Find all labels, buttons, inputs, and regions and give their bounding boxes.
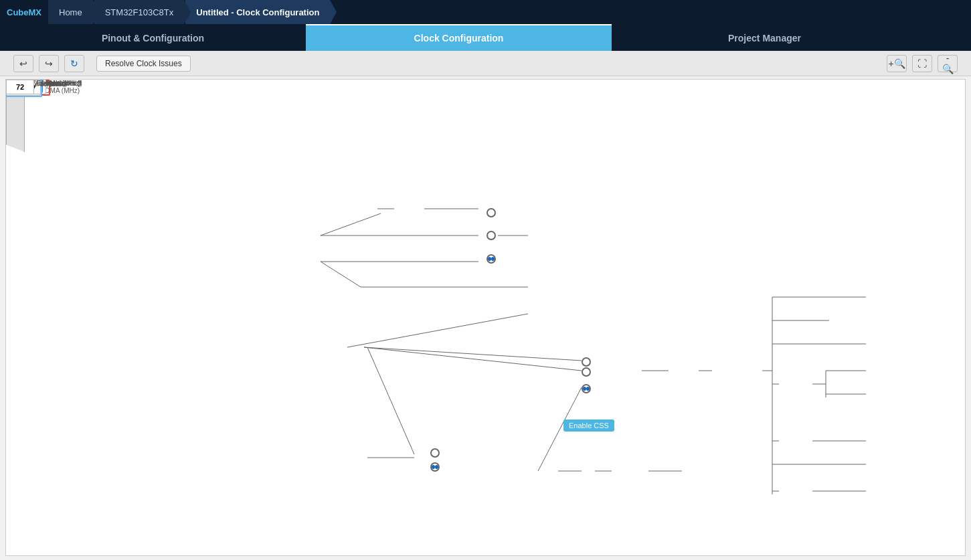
mco-value[interactable]: 72 — [6, 80, 34, 94]
zoom-in-button[interactable]: +🔍 — [887, 55, 907, 72]
breadcrumb-home[interactable]: Home — [48, 0, 93, 24]
enable-css-button[interactable]: Enable CSS — [563, 419, 614, 432]
breadcrumb: Home STM32F103C8Tx Untitled - Clock Conf… — [48, 0, 331, 24]
rtc-mux-radio-lse[interactable] — [487, 231, 496, 240]
tab-project[interactable]: Project Manager — [612, 24, 917, 51]
clock-diagram: Input frequency 32.768 0-1000 KHz LSE LS… — [6, 80, 965, 555]
svg-line-30 — [367, 347, 414, 454]
fit-button[interactable]: ⛶ — [912, 55, 932, 72]
svg-line-8 — [347, 314, 528, 347]
resolve-clock-button[interactable]: Resolve Clock Issues — [96, 56, 191, 72]
zoom-out-button[interactable]: -🔍 — [938, 55, 958, 72]
svg-line-0 — [321, 213, 381, 236]
redo-button[interactable]: ↪ — [39, 55, 59, 72]
rtc-mux-radio-hse[interactable] — [487, 208, 496, 217]
tab-clock[interactable]: Clock Configuration — [306, 24, 612, 51]
app-logo: CubeMX — [7, 7, 41, 17]
refresh-button[interactable]: ↻ — [64, 55, 84, 72]
sys-mux-radio-hse[interactable] — [582, 367, 591, 377]
breadcrumb-device[interactable]: STM32F103C8Tx — [94, 0, 185, 24]
breadcrumb-current[interactable]: Untitled - Clock Configuration — [185, 0, 330, 24]
top-bar: CubeMX Home STM32F103C8Tx Untitled - Clo… — [0, 0, 971, 24]
tab-bar: Pinout & Configuration Clock Configurati… — [0, 24, 971, 51]
svg-line-6 — [321, 262, 361, 287]
pll-mux-radio-hse[interactable] — [430, 462, 440, 472]
pll-mux-radio-hsi[interactable] — [430, 448, 440, 458]
sys-mux-radio-pll[interactable] — [582, 384, 591, 393]
tab-pinout[interactable]: Pinout & Configuration — [0, 24, 306, 51]
tab-extra[interactable] — [917, 24, 971, 51]
canvas-area: Input frequency 32.768 0-1000 KHz LSE LS… — [5, 79, 966, 556]
connection-lines — [6, 80, 965, 555]
undo-button[interactable]: ↩ — [13, 55, 33, 72]
rtc-mux-radio-lsi[interactable] — [487, 254, 496, 264]
svg-line-10 — [364, 347, 582, 371]
toolbar: ↩ ↪ ↻ Resolve Clock Issues +🔍 ⛶ -🔍 — [0, 51, 971, 76]
svg-line-9 — [364, 347, 582, 361]
sys-mux-radio-hsi[interactable] — [582, 357, 591, 367]
